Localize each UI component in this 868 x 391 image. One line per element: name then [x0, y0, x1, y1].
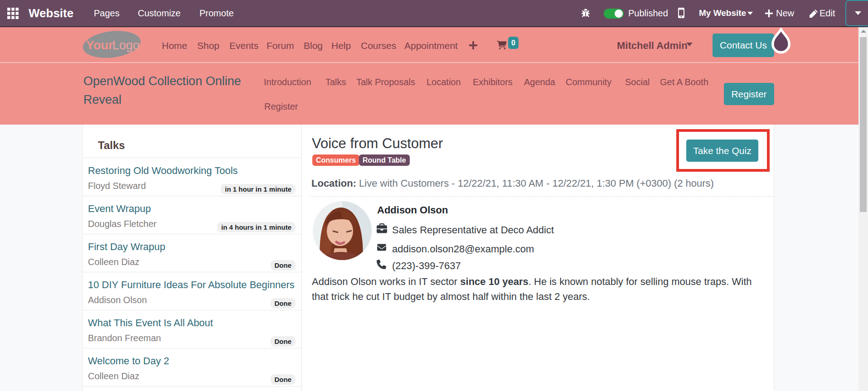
svg-text:Logo: Logo: [112, 39, 140, 52]
svg-text:Your: Your: [86, 39, 113, 52]
